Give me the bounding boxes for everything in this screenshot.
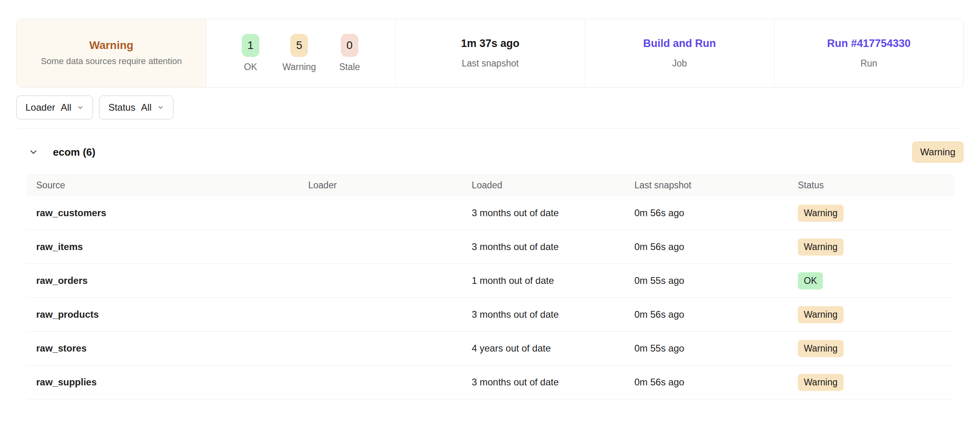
status-counter: 0 Stale [339, 34, 360, 72]
summary-stat-card: Run #417754330 Run [774, 19, 963, 87]
source-name: raw_items [36, 241, 308, 252]
status-cell: Warning [798, 238, 954, 256]
counter-value: 1 [242, 34, 259, 57]
source-name: raw_supplies [36, 377, 308, 388]
filter-dropdown-status[interactable]: Status All [99, 96, 173, 119]
stat-link[interactable]: Run #417754330 [827, 37, 910, 50]
stat-value: 1m 37s ago [461, 37, 519, 50]
group-status-badge: Warning [912, 141, 964, 163]
last-snapshot-cell: 0m 56s ago [634, 309, 798, 320]
loaded-cell: 3 months out of date [472, 207, 634, 219]
table-row[interactable]: raw_supplies 3 months out of date 0m 56s… [26, 365, 954, 399]
status-cell: Warning [798, 374, 954, 391]
table-row[interactable]: raw_products 3 months out of date 0m 56s… [26, 298, 954, 332]
status-badge: Warning [798, 238, 844, 256]
last-snapshot-cell: 0m 56s ago [634, 241, 798, 252]
source-name: raw_products [36, 309, 308, 320]
chevron-down-icon [157, 104, 164, 111]
counter-value: 0 [341, 34, 358, 57]
chevron-down-icon [77, 104, 84, 111]
chevron-down-icon [28, 147, 39, 157]
group-toggle[interactable]: ecom (6) [16, 146, 95, 158]
overall-status-title: Warning [89, 39, 134, 52]
table-header-row: SourceLoaderLoadedLast snapshotStatus [26, 174, 954, 196]
table-row[interactable]: raw_items 3 months out of date 0m 56s ag… [26, 230, 954, 264]
table-row[interactable]: raw_stores 4 years out of date 0m 55s ag… [26, 332, 954, 365]
filter-dropdown-loader[interactable]: Loader All [16, 96, 93, 119]
stat-link[interactable]: Build and Run [643, 37, 716, 50]
table-row[interactable]: raw_customers 3 months out of date 0m 56… [26, 196, 954, 230]
filter-bar: Loader All Status All [16, 96, 964, 119]
column-header: Status [798, 180, 954, 191]
summary-stat-card: 1m 37s ago Last snapshot [395, 19, 585, 87]
loaded-cell: 3 months out of date [472, 241, 634, 252]
overall-status-card: Warning Some data sources require attent… [17, 19, 206, 87]
stat-label: Job [672, 58, 687, 69]
column-header: Last snapshot [634, 180, 798, 191]
status-counter: 1 OK [242, 34, 259, 72]
status-badge: Warning [798, 340, 844, 357]
status-badge: OK [798, 272, 823, 289]
counter-label: Warning [282, 62, 316, 72]
last-snapshot-cell: 0m 55s ago [634, 275, 798, 286]
status-badge: Warning [798, 205, 844, 222]
status-counter: 5 Warning [282, 34, 316, 72]
sources-table: SourceLoaderLoadedLast snapshotStatus ra… [26, 174, 954, 399]
summary-strip: Warning Some data sources require attent… [16, 19, 964, 88]
filter-value: All [61, 102, 72, 113]
status-cell: Warning [798, 340, 954, 357]
status-badge: Warning [798, 306, 844, 323]
status-cell: Warning [798, 205, 954, 222]
table-row[interactable]: raw_orders 1 month out of date 0m 55s ag… [26, 264, 954, 298]
last-snapshot-cell: 0m 55s ago [634, 343, 798, 354]
source-name: raw_customers [36, 207, 308, 219]
group-title: ecom (6) [53, 146, 95, 158]
source-name: raw_orders [36, 275, 308, 286]
loaded-cell: 3 months out of date [472, 309, 634, 320]
last-snapshot-cell: 0m 56s ago [634, 207, 798, 219]
stat-label: Run [860, 58, 877, 69]
source-name: raw_stores [36, 343, 308, 354]
summary-stat-card: Build and Run Job [585, 19, 774, 87]
filter-name: Status [108, 102, 135, 113]
overall-status-subtitle: Some data sources require attention [41, 55, 182, 67]
status-counters-card: 1 OK 5 Warning 0 Stale [206, 19, 395, 87]
column-header: Source [36, 180, 308, 191]
stat-label: Last snapshot [462, 58, 519, 69]
loaded-cell: 3 months out of date [472, 377, 634, 388]
counter-label: Stale [339, 62, 360, 72]
column-header: Loaded [472, 180, 634, 191]
table-body: raw_customers 3 months out of date 0m 56… [26, 196, 954, 399]
status-cell: Warning [798, 306, 954, 323]
column-header: Loader [308, 180, 472, 191]
filter-name: Loader [25, 102, 55, 113]
status-cell: OK [798, 272, 954, 289]
status-badge: Warning [798, 374, 844, 391]
filter-value: All [141, 102, 152, 113]
loaded-cell: 4 years out of date [472, 343, 634, 354]
loaded-cell: 1 month out of date [472, 275, 634, 286]
group-header: ecom (6) Warning [16, 129, 964, 163]
last-snapshot-cell: 0m 56s ago [634, 377, 798, 388]
counter-value: 5 [290, 34, 308, 57]
counter-label: OK [244, 62, 257, 72]
